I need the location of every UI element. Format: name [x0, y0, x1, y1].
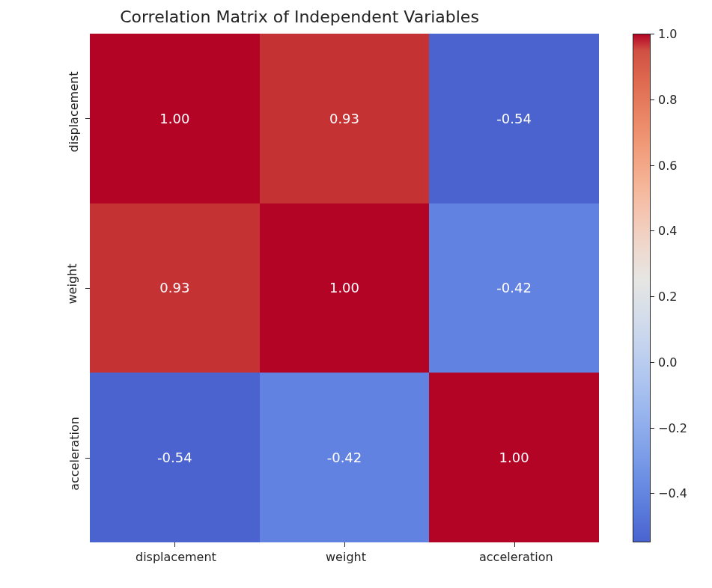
- y-tick: [85, 118, 90, 119]
- y-tick: [85, 458, 90, 459]
- heatmap-grid: 1.00 0.93 -0.54 0.93 1.00 -0.42 -0.54 -0…: [90, 34, 599, 542]
- colorbar-tick: [651, 362, 654, 363]
- x-tick-label: displacement: [136, 550, 216, 564]
- colorbar-tick: [651, 230, 654, 231]
- y-tick: [85, 288, 90, 289]
- colorbar-tick-label: −0.4: [658, 486, 687, 500]
- cell-value: -0.42: [327, 450, 362, 465]
- heatmap-cell: -0.42: [429, 203, 599, 373]
- cell-value: 1.00: [499, 450, 529, 465]
- cell-value: 1.00: [159, 111, 189, 126]
- heatmap-cell: -0.54: [90, 373, 260, 542]
- cell-value: 1.00: [329, 280, 359, 295]
- colorbar-tick-label: 0.2: [658, 290, 677, 304]
- colorbar-tick-label: 0.8: [658, 92, 677, 106]
- y-tick-label: weight: [65, 264, 79, 304]
- cell-value: -0.54: [157, 450, 192, 465]
- heatmap-cell: 0.93: [260, 34, 430, 203]
- cell-value: 0.93: [159, 280, 189, 295]
- heatmap-cell: -0.42: [260, 373, 430, 542]
- colorbar: 1.0 0.8 0.6 0.4 0.2 0.0 −0.2 −0.4: [633, 34, 708, 542]
- colorbar-tick: [651, 34, 654, 34]
- heatmap-cell: 1.00: [260, 203, 430, 373]
- colorbar-tick: [651, 296, 654, 297]
- chart-title: Correlation Matrix of Independent Variab…: [0, 7, 599, 26]
- colorbar-tick-label: 0.0: [658, 355, 677, 369]
- heatmap-cell: 0.93: [90, 203, 260, 373]
- cell-value: 0.93: [329, 111, 359, 126]
- colorbar-gradient: [633, 34, 651, 542]
- y-tick-label: displacement: [67, 72, 81, 153]
- x-tick-label: weight: [326, 550, 366, 564]
- cell-value: -0.54: [496, 111, 532, 126]
- x-tick: [514, 542, 515, 547]
- colorbar-tick-label: −0.2: [658, 420, 687, 435]
- y-tick-label: acceleration: [67, 417, 82, 491]
- cell-value: -0.42: [496, 280, 532, 295]
- colorbar-tick: [651, 165, 654, 166]
- heatmap-cell: 1.00: [90, 34, 260, 203]
- colorbar-tick-label: 1.0: [658, 27, 677, 41]
- chart-canvas: Correlation Matrix of Independent Variab…: [0, 0, 712, 588]
- x-tick-label: acceleration: [479, 550, 553, 564]
- x-tick: [344, 542, 345, 547]
- heatmap-cell: 1.00: [429, 373, 599, 542]
- heatmap-cell: -0.54: [429, 34, 599, 203]
- colorbar-tick: [651, 493, 654, 494]
- colorbar-tick: [651, 99, 654, 100]
- colorbar-tick: [651, 428, 654, 429]
- colorbar-tick-label: 0.4: [658, 224, 677, 238]
- x-tick: [174, 542, 175, 547]
- colorbar-tick-label: 0.6: [658, 158, 677, 172]
